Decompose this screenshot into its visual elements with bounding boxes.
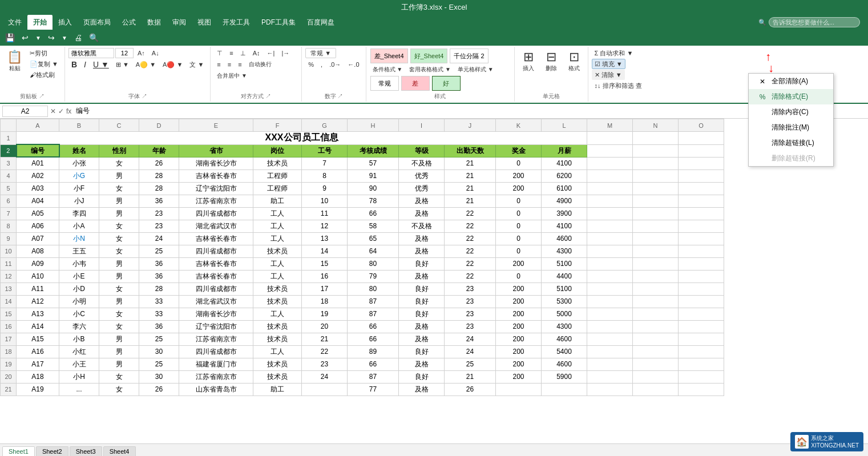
text-direction-button[interactable]: A↕ [250, 48, 263, 58]
table-cell[interactable]: 男 [99, 170, 139, 182]
undo-dropdown[interactable]: ▼ [33, 33, 44, 43]
table-cell[interactable]: 87 [348, 370, 399, 383]
table-cell[interactable]: 80 [348, 257, 399, 270]
table-cell[interactable]: 吉林省长春市 [179, 170, 253, 182]
sort-filter-button[interactable]: ↕↓ 排序和筛选 查 [592, 80, 645, 91]
redo-button[interactable]: ↪ [45, 31, 58, 44]
table-cell[interactable]: 小红 [59, 345, 99, 358]
table-cell[interactable]: 58 [348, 220, 399, 232]
table-cell[interactable]: 90 [348, 182, 399, 195]
header-cell-grade[interactable]: 等级 [399, 144, 445, 157]
table-cell[interactable]: 良好 [399, 283, 445, 295]
table-cell[interactable]: 技术员 [253, 370, 302, 383]
table-cell[interactable]: 小B [59, 333, 99, 345]
table-cell[interactable]: A13 [17, 308, 59, 320]
table-cell[interactable]: 200 [496, 295, 542, 308]
table-cell[interactable]: 66 [348, 358, 399, 370]
table-cell[interactable]: 男 [99, 345, 139, 358]
header-cell-salary[interactable]: 月薪 [542, 144, 587, 157]
table-cell[interactable]: 四川省成都市 [179, 245, 253, 257]
ribbon-search-input[interactable] [769, 17, 860, 27]
table-cell[interactable]: 24 [445, 345, 496, 358]
fill-color-button[interactable]: A🟡 ▼ [133, 59, 159, 70]
table-cell[interactable]: 21 [445, 157, 496, 170]
table-cell[interactable]: 4300 [542, 245, 587, 257]
table-cell[interactable]: 22 [445, 232, 496, 245]
header-cell-city[interactable]: 省市 [179, 144, 253, 157]
table-format-button[interactable]: 套用表格格式 ▼ [406, 64, 454, 75]
style-bad[interactable]: 差 [401, 76, 430, 91]
align-center-button[interactable]: ≡ [225, 59, 234, 70]
table-cell[interactable]: 技术员 [253, 245, 302, 257]
table-cell[interactable]: 0 [496, 157, 542, 170]
table-cell[interactable]: 200 [496, 333, 542, 345]
delete-cells-button[interactable]: ⊟ 删除 [541, 48, 562, 74]
table-cell[interactable]: 21 [302, 333, 348, 345]
border-button[interactable]: ⊞ ▼ [113, 59, 132, 70]
style-diff-sheet4[interactable]: 差_Sheet4 [370, 49, 408, 63]
table-cell[interactable]: 良好 [399, 257, 445, 270]
formula-input[interactable] [74, 107, 866, 115]
table-cell[interactable]: 优秀 [399, 182, 445, 195]
table-cell[interactable]: 15 [302, 257, 348, 270]
table-cell[interactable]: 6200 [542, 170, 587, 182]
table-cell[interactable]: 23 [445, 308, 496, 320]
table-cell[interactable]: 19 [302, 308, 348, 320]
confirm-formula-icon[interactable]: ✓ [58, 107, 64, 115]
table-cell[interactable]: 0 [496, 245, 542, 257]
table-cell[interactable]: 技术员 [253, 283, 302, 295]
col-header-A[interactable]: A [17, 119, 59, 132]
header-cell-empno[interactable]: 工号 [302, 144, 348, 157]
table-cell[interactable]: A02 [17, 170, 59, 182]
table-cell[interactable]: 28 [139, 283, 179, 295]
table-cell[interactable]: 23 [445, 283, 496, 295]
table-cell[interactable]: 女 [99, 157, 139, 170]
table-cell[interactable]: 8 [302, 170, 348, 182]
redo-dropdown[interactable]: ▼ [59, 33, 70, 43]
table-cell[interactable]: 5300 [542, 295, 587, 308]
clear-content-menu-item[interactable]: 清除内容(C) [749, 104, 833, 120]
table-cell[interactable]: 11 [302, 207, 348, 220]
table-cell[interactable]: A14 [17, 320, 59, 333]
cancel-formula-icon[interactable]: ✕ [50, 107, 56, 115]
table-cell[interactable]: 山东省青岛市 [179, 383, 253, 396]
table-cell[interactable]: 5100 [542, 283, 587, 295]
table-cell[interactable]: 男 [99, 257, 139, 270]
table-cell[interactable]: 工人 [253, 232, 302, 245]
table-cell[interactable]: 及格 [399, 270, 445, 283]
decrease-decimal-button[interactable]: ←.0 [345, 59, 362, 70]
font-name-input[interactable] [68, 48, 114, 58]
table-cell[interactable]: A01 [17, 157, 59, 170]
table-cell[interactable]: 王五 [59, 245, 99, 257]
table-cell[interactable]: 22 [445, 207, 496, 220]
table-cell[interactable]: 26 [139, 157, 179, 170]
table-cell[interactable]: 工程师 [253, 182, 302, 195]
col-header-I[interactable]: I [399, 119, 445, 132]
tab-view[interactable]: 视图 [192, 15, 217, 30]
table-cell[interactable]: 25 [139, 333, 179, 345]
table-cell[interactable]: 女 [99, 232, 139, 245]
table-cell[interactable]: 及格 [399, 320, 445, 333]
col-header-H[interactable]: H [348, 119, 399, 132]
table-cell[interactable]: 200 [496, 358, 542, 370]
style-good-sheet4[interactable]: 好_Sheet4 [410, 49, 448, 63]
table-cell[interactable]: 87 [348, 295, 399, 308]
table-cell[interactable]: 0 [496, 270, 542, 283]
table-cell[interactable]: 36 [139, 257, 179, 270]
table-cell[interactable]: 24 [445, 333, 496, 345]
table-cell[interactable]: 李六 [59, 320, 99, 333]
table-cell[interactable]: 不及格 [399, 220, 445, 232]
tab-review[interactable]: 审阅 [167, 15, 192, 30]
table-cell[interactable]: 16 [302, 270, 348, 283]
table-cell[interactable]: 吉林省长春市 [179, 232, 253, 245]
auto-wrap-button[interactable]: 自动换行 [246, 59, 274, 70]
table-cell[interactable]: 工人 [253, 257, 302, 270]
cell-styles-button[interactable]: 单元格样式 ▼ [455, 64, 496, 75]
customize-qa[interactable]: 🔍 [86, 31, 102, 44]
table-cell[interactable]: 4100 [542, 157, 587, 170]
style-thousands[interactable]: 千位分隔 2 [450, 49, 488, 63]
table-cell[interactable]: 5900 [542, 370, 587, 383]
table-cell[interactable]: 9 [302, 182, 348, 195]
table-cell[interactable]: 良好 [399, 295, 445, 308]
table-cell[interactable]: 男 [99, 358, 139, 370]
